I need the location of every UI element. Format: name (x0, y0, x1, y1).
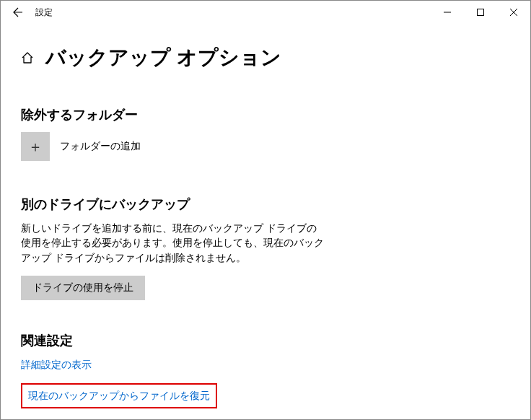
svg-rect-0 (478, 9, 484, 16)
advanced-settings-link[interactable]: 詳細設定の表示 (21, 359, 92, 372)
add-folder-row[interactable]: ＋ フォルダーの追加 (21, 132, 510, 161)
add-folder-label: フォルダーの追加 (60, 140, 141, 153)
maximize-icon (477, 9, 484, 16)
plus-icon: ＋ (28, 137, 43, 157)
home-button[interactable] (21, 51, 34, 64)
restore-files-link[interactable]: 現在のバックアップからファイルを復元 (28, 390, 210, 403)
minimize-button[interactable] (431, 1, 464, 24)
back-button[interactable] (6, 1, 30, 24)
other-drive-description: 新しいドライブを追加する前に、現在のバックアップ ドライブの使用を停止する必要が… (21, 222, 324, 266)
close-icon (510, 9, 517, 16)
maximize-button[interactable] (464, 1, 497, 24)
add-folder-button[interactable]: ＋ (21, 132, 50, 161)
other-drive-heading: 別のドライブにバックアップ (21, 196, 510, 213)
restore-highlight-box: 現在のバックアップからファイルを復元 (21, 383, 217, 408)
related-heading: 関連設定 (21, 332, 510, 349)
titlebar: 設定 (1, 1, 530, 24)
close-button[interactable] (497, 1, 530, 24)
page-header: バックアップ オプション (21, 44, 510, 71)
window-title: 設定 (35, 6, 53, 19)
window-controls (431, 1, 530, 24)
page-title: バックアップ オプション (45, 44, 281, 71)
arrow-left-icon (12, 6, 24, 18)
stop-drive-button[interactable]: ドライブの使用を停止 (21, 276, 145, 300)
minimize-icon (444, 9, 451, 16)
exclude-heading: 除外するフォルダー (21, 106, 510, 123)
home-icon (21, 51, 34, 64)
content-area: バックアップ オプション 除外するフォルダー ＋ フォルダーの追加 別のドライブ… (1, 24, 530, 420)
